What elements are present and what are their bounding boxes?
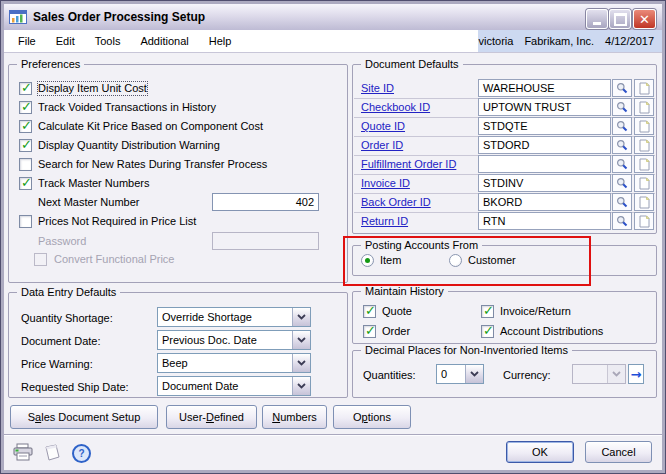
back-order-id-link[interactable]: Back Order ID <box>361 196 431 208</box>
help-button[interactable]: ? <box>72 444 91 463</box>
checkbox-history-quote[interactable] <box>363 305 376 318</box>
maintain-history-title: Maintain History <box>361 285 448 298</box>
order-id-note-button[interactable] <box>634 136 654 154</box>
invoice-id-link[interactable]: Invoice ID <box>361 177 410 189</box>
user-defined-button[interactable]: User-Defined <box>166 405 257 429</box>
cancel-button[interactable]: Cancel <box>585 441 652 463</box>
checkbox-history-invoice-return[interactable] <box>481 305 494 318</box>
maximize-icon <box>614 13 627 26</box>
invoice-id-lookup-button[interactable] <box>612 174 632 192</box>
back-order-id-note-button[interactable] <box>634 193 654 211</box>
status-user: victoria <box>479 35 514 47</box>
back-order-id-field[interactable]: BKORD <box>478 193 611 211</box>
fulfillment-order-id-note-button[interactable] <box>634 155 654 173</box>
checkbox-calculate-kit-price[interactable] <box>19 120 32 133</box>
quote-id-lookup-button[interactable] <box>612 117 632 135</box>
options-button[interactable]: Options <box>333 405 411 429</box>
radio-item[interactable] <box>361 254 374 267</box>
next-master-number-field[interactable]: 402 <box>212 193 319 211</box>
label-convert-functional-price: Convert Functional Price <box>54 253 174 266</box>
fulfillment-order-id-lookup-button[interactable] <box>612 155 632 173</box>
chevron-down-icon[interactable] <box>292 331 310 349</box>
quote-id-note-button[interactable] <box>634 117 654 135</box>
site-id-link[interactable]: Site ID <box>361 82 394 94</box>
order-id-link[interactable]: Order ID <box>361 139 403 151</box>
return-id-lookup-button[interactable] <box>612 212 632 230</box>
return-id-link[interactable]: Return ID <box>361 215 408 227</box>
quantity-shortage-dropdown[interactable]: Override Shortage <box>157 307 311 327</box>
window-title: Sales Order Processing Setup <box>33 10 205 24</box>
row-site-id: Site ID WAREHOUSE <box>354 79 655 99</box>
checkbox-history-account-distributions[interactable] <box>481 325 494 338</box>
magnifier-icon <box>616 82 628 94</box>
numbers-button[interactable]: Numbers <box>262 405 327 429</box>
help-icon: ? <box>78 448 84 459</box>
checkbox-track-master-numbers[interactable] <box>19 177 32 190</box>
menu-edit[interactable]: Edit <box>46 30 85 52</box>
radio-customer[interactable] <box>449 254 462 267</box>
ok-button[interactable]: OK <box>506 441 574 463</box>
printer-icon <box>12 443 34 461</box>
maximize-button[interactable] <box>609 9 631 29</box>
quote-id-field[interactable]: STDQTE <box>478 117 611 135</box>
menu-additional[interactable]: Additional <box>130 30 198 52</box>
checkbox-prices-not-required[interactable] <box>19 215 32 228</box>
quote-id-link[interactable]: Quote ID <box>361 120 405 132</box>
site-id-field[interactable]: WAREHOUSE <box>478 79 611 97</box>
checkbook-id-link[interactable]: Checkbook ID <box>361 101 430 113</box>
row-return-id: Return ID RTN <box>354 212 655 231</box>
order-id-lookup-button[interactable] <box>612 136 632 154</box>
site-id-note-button[interactable] <box>634 79 654 97</box>
notes-button[interactable] <box>42 444 62 461</box>
note-icon <box>639 196 650 209</box>
price-warning-dropdown[interactable]: Beep <box>157 353 311 373</box>
fulfillment-order-id-link[interactable]: Fulfillment Order ID <box>361 158 456 170</box>
document-date-dropdown[interactable]: Previous Doc. Date <box>157 330 311 350</box>
label-track-master-numbers: Track Master Numbers <box>38 177 149 190</box>
chevron-down-icon[interactable] <box>465 365 483 383</box>
note-icon <box>639 177 650 190</box>
minimize-button[interactable] <box>586 9 608 29</box>
titlebar[interactable]: Sales Order Processing Setup ✕ <box>4 4 662 31</box>
close-button[interactable]: ✕ <box>633 9 656 29</box>
requested-ship-date-dropdown[interactable]: Document Date <box>157 376 311 396</box>
site-id-lookup-button[interactable] <box>612 79 632 97</box>
checkbox-display-item-unit-cost[interactable] <box>19 82 32 95</box>
quantities-dropdown[interactable]: 0 <box>436 364 484 384</box>
checkbox-display-quantity-warning[interactable] <box>19 139 32 152</box>
close-icon: ✕ <box>639 13 650 26</box>
sales-document-setup-button[interactable]: Sales Document Setup <box>10 405 158 429</box>
back-order-id-lookup-button[interactable] <box>612 193 632 211</box>
checkbook-id-field[interactable]: UPTOWN TRUST <box>478 98 611 116</box>
note-icon <box>639 158 650 171</box>
chevron-down-icon[interactable] <box>292 308 310 326</box>
checkbox-search-new-rates[interactable] <box>19 158 32 171</box>
checkbox-history-order[interactable] <box>363 325 376 338</box>
label-radio-item: Item <box>380 254 401 267</box>
checkbook-id-note-button[interactable] <box>634 98 654 116</box>
return-id-field[interactable]: RTN <box>478 212 611 230</box>
print-button[interactable] <box>12 443 34 461</box>
invoice-id-note-button[interactable] <box>634 174 654 192</box>
label-price-warning: Price Warning: <box>21 357 93 371</box>
checkbox-track-voided-transactions[interactable] <box>19 101 32 114</box>
menu-tools[interactable]: Tools <box>85 30 131 52</box>
label-next-master-number: Next Master Number <box>38 196 139 209</box>
note-sheet-icon <box>42 444 62 461</box>
invoice-id-field[interactable]: STDINV <box>478 174 611 192</box>
currency-expansion-button[interactable]: → <box>628 364 644 384</box>
menu-file[interactable]: File <box>4 30 46 52</box>
fulfillment-order-id-field[interactable] <box>478 155 611 173</box>
chevron-down-icon[interactable] <box>292 377 310 395</box>
order-id-field[interactable]: STDORD <box>478 136 611 154</box>
row-checkbook-id: Checkbook ID UPTOWN TRUST <box>354 98 655 118</box>
checkbook-id-lookup-button[interactable] <box>612 98 632 116</box>
label-display-quantity-warning: Display Quantity Distribution Warning <box>38 139 220 152</box>
return-id-note-button[interactable] <box>634 212 654 230</box>
chevron-down-icon <box>607 365 625 383</box>
chevron-down-icon[interactable] <box>292 354 310 372</box>
menu-help[interactable]: Help <box>199 30 242 52</box>
magnifier-icon <box>616 158 628 170</box>
label-display-item-unit-cost: Display Item Unit Cost <box>38 82 147 95</box>
label-search-new-rates: Search for New Rates During Transfer Pro… <box>38 158 267 171</box>
